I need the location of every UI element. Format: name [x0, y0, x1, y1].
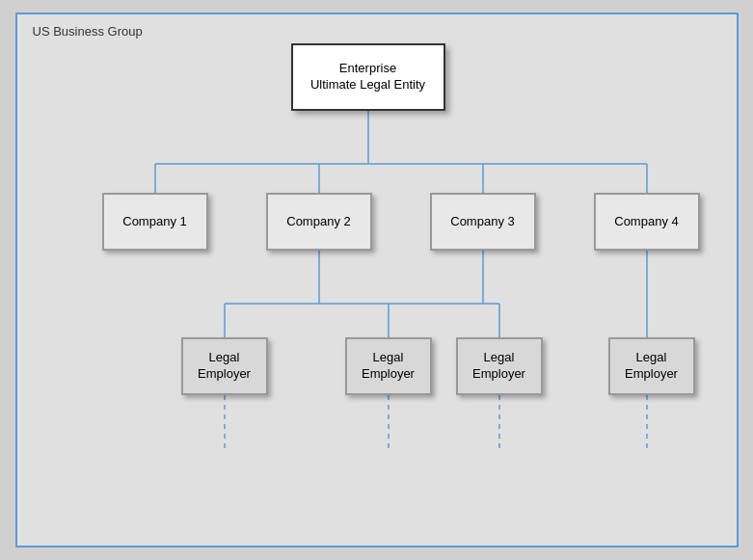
diagram-container: US Business Group: [15, 13, 739, 547]
company-4-label: Company 4: [614, 214, 678, 230]
employer-3-line2: Employer: [472, 366, 525, 383]
employer-4-line1: Legal: [625, 350, 678, 366]
employer-3-line1: Legal: [472, 350, 525, 366]
employer-1-line1: Legal: [198, 350, 251, 366]
employer-1-line2: Employer: [198, 366, 251, 383]
company-node-4: Company 4: [594, 193, 700, 251]
employer-4-line2: Employer: [625, 366, 678, 383]
employer-2-line2: Employer: [362, 366, 415, 383]
company-node-1: Company 1: [102, 193, 208, 251]
company-3-label: Company 3: [450, 214, 514, 230]
company-node-2: Company 2: [266, 193, 372, 251]
company-1-label: Company 1: [122, 214, 186, 230]
employer-node-3: Legal Employer: [456, 337, 543, 395]
employer-node-1: Legal Employer: [181, 337, 268, 395]
employer-node-2: Legal Employer: [345, 337, 432, 395]
group-label: US Business Group: [33, 24, 143, 39]
employer-node-4: Legal Employer: [608, 337, 695, 395]
root-node: Enterprise Ultimate Legal Entity: [291, 43, 445, 111]
company-node-3: Company 3: [430, 193, 536, 251]
root-line2: Ultimate Legal Entity: [310, 77, 425, 93]
employer-2-line1: Legal: [362, 350, 415, 366]
company-2-label: Company 2: [286, 214, 350, 230]
root-line1: Enterprise: [310, 61, 425, 77]
